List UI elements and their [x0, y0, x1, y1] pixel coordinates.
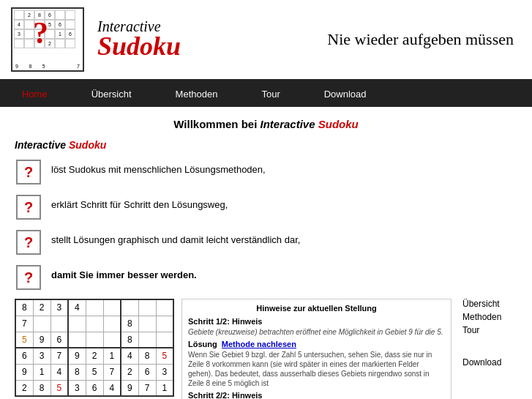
feature-row-1: ? löst Sudokus mit menschlichen Lösungsm… [15, 158, 517, 186]
solution-text: Wenn Sie Gebiet 9 bzgl. der Zahl 5 unter… [188, 350, 445, 388]
table-row: 7 8 [15, 316, 173, 332]
sidebar-link-download[interactable]: Download [462, 357, 517, 368]
table-row: 2 8 5 3 6 4 9 7 1 [15, 380, 173, 396]
feature-icon-4: ? [15, 264, 42, 291]
question-mark-icon-3: ? [16, 230, 41, 255]
feature-icon-3: ? [15, 228, 42, 256]
table-row: 5 9 6 8 [15, 332, 173, 348]
nav-item-methoden[interactable]: Methoden [154, 81, 240, 107]
header: 2 8 6 4 5 6 3 1 6 2 ? 985 [0, 0, 532, 81]
tagline: Nie wieder aufgeben müssen [327, 30, 514, 49]
nav-item-tour[interactable]: Tour [239, 81, 301, 107]
sidebar-link-tour[interactable]: Tour [462, 325, 517, 335]
feature-row-4: ? damit Sie immer besser werden. [15, 264, 517, 291]
question-mark-icon-2: ? [16, 195, 41, 220]
feature-icon-2: ? [15, 193, 42, 221]
feature-row-2: ? erklärt Schritt für Schritt den Lösung… [15, 193, 517, 221]
nav-item-download[interactable]: Download [302, 81, 389, 107]
question-mark-icon-1: ? [16, 160, 41, 184]
feature-text-2: erklärt Schritt für Schritt den Lösungsw… [51, 193, 228, 210]
question-mark-icon-4: ? [16, 265, 41, 290]
app-title: Interactive Sudoku [97, 18, 327, 61]
logo-image: 2 8 6 4 5 6 3 1 6 2 ? 985 [11, 7, 84, 72]
main-content: Willkommen bei Interactive Sudoku Intera… [0, 107, 532, 399]
logo-text-area: Interactive Sudoku [97, 18, 327, 61]
right-sidebar: Übersicht Methoden Tour Download [459, 299, 517, 399]
table-row: 6 3 7 9 2 1 4 8 5 [15, 348, 173, 364]
solution-link[interactable]: Methode nachlesen [222, 340, 296, 348]
table-row: 8 2 3 4 [15, 299, 173, 316]
bottom-section: 8 2 3 4 7 8 [15, 299, 517, 399]
sudoku-grid: 8 2 3 4 7 8 [15, 299, 174, 397]
step1-title: Schritt 1/2: Hinweis [188, 317, 445, 326]
navbar: Home Übersicht Methoden Tour Download [0, 81, 532, 107]
step2-title: Schritt 2/2: Hinweis [188, 391, 445, 399]
hints-title: Hinweise zur aktuellen Stellung [188, 304, 445, 313]
sidebar-link-ubersicht[interactable]: Übersicht [462, 299, 517, 309]
table-row: 9 1 4 8 5 7 2 6 3 [15, 364, 173, 380]
welcome-title: Willkommen bei Interactive Sudoku [15, 118, 517, 130]
feature-icon-1: ? [15, 158, 42, 186]
sidebar-download: Download [462, 357, 517, 368]
feature-text-4: damit Sie immer besser werden. [51, 264, 197, 280]
feature-text-3: stellt Lösungen graphisch und damit leic… [51, 228, 300, 245]
nav-item-ubersicht[interactable]: Übersicht [70, 81, 154, 107]
nav-item-home[interactable]: Home [0, 81, 70, 107]
sidebar-link-methoden[interactable]: Methoden [462, 312, 517, 322]
step1-text: Gebiete (kreuzweise) betrachten eröffnet… [188, 327, 445, 337]
feature-text-1: löst Sudokus mit menschlichen Lösungsmet… [51, 158, 266, 175]
sudoku-table-wrapper: 8 2 3 4 7 8 [15, 299, 174, 399]
feature-row-3: ? stellt Lösungen graphisch und damit le… [15, 228, 517, 256]
logo-question-mark: ? [33, 18, 48, 48]
solution-title: Lösung Methode nachlesen [188, 340, 445, 348]
hints-panel: Hinweise zur aktuellen Stellung Schritt … [181, 299, 452, 399]
brand-line: Interactive Sudoku [15, 139, 517, 151]
